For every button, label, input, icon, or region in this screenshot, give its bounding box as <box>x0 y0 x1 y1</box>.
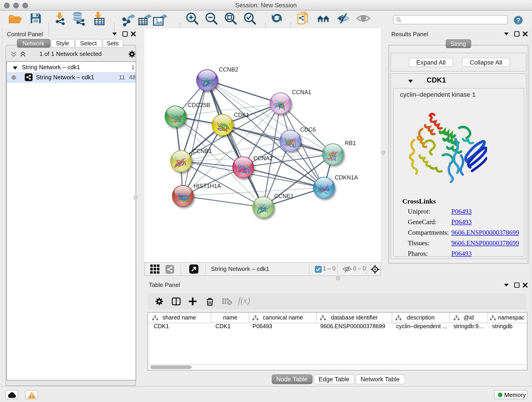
svg-text:CDC25B: CDC25B <box>187 102 210 108</box>
svg-text:CCNA2: CCNA2 <box>253 155 273 161</box>
svg-text:CDK1: CDK1 <box>234 111 249 118</box>
svg-text:CDC6: CDC6 <box>300 126 316 133</box>
svg-text:CDKN1A: CDKN1A <box>335 174 358 180</box>
svg-text:RB1: RB1 <box>345 140 356 146</box>
svg-text:CCNE1: CCNE1 <box>274 192 293 199</box>
svg-text:?: ? <box>516 17 520 24</box>
svg-text:CCNB1: CCNB1 <box>192 148 212 154</box>
svg-text:CCNA1: CCNA1 <box>292 89 311 95</box>
svg-text:HIST1H1A: HIST1H1A <box>193 182 221 189</box>
svg-text:CCNB2: CCNB2 <box>219 66 238 72</box>
